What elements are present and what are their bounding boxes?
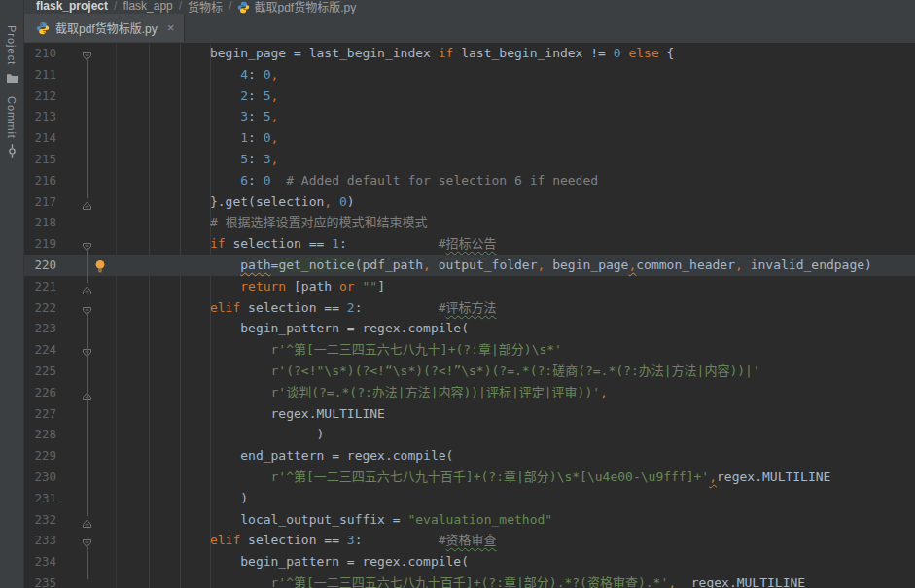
- breadcrumb-item[interactable]: 截取pdf货物标版.py: [237, 0, 356, 14]
- code-text[interactable]: r'^第[一二三四五六七八九十]+(?:章|部分)\s*': [119, 339, 562, 361]
- line-number[interactable]: 231: [23, 488, 56, 509]
- line-number[interactable]: 214: [23, 127, 56, 149]
- code-token: 5: [240, 152, 248, 166]
- line-number[interactable]: 225: [23, 361, 56, 382]
- code-token: ): [119, 491, 248, 505]
- code-line: 220 path=get_notice(pdf_path, output_fol…: [23, 255, 915, 276]
- code-token: 0: [339, 194, 347, 209]
- code-token: begin_page: [552, 258, 628, 272]
- code-line: 232 local_output_suffix = "evaluation_me…: [23, 509, 915, 531]
- code-text[interactable]: elif selection == 3: #资格审查: [119, 530, 497, 551]
- code-token: 1: [240, 130, 248, 145]
- code-text[interactable]: 6: 0 # Added default for selection 6 if …: [119, 170, 598, 191]
- code-line: 218 # 根据选择设置对应的模式和结束模式: [23, 212, 915, 233]
- code-line: 227 regex.MULTILINE: [23, 403, 915, 425]
- code-text[interactable]: end_pattern = regex.compile(: [119, 445, 453, 467]
- code-token: #: [439, 236, 446, 251]
- sidebar-item-commit[interactable]: Commit: [0, 96, 23, 158]
- line-number[interactable]: 219: [23, 233, 56, 255]
- code-text[interactable]: if selection == 1: #招标公告: [119, 233, 497, 255]
- code-text[interactable]: 1: 0,: [119, 127, 278, 149]
- line-number[interactable]: 212: [23, 86, 56, 107]
- code-editor[interactable]: 210 begin_page = last_begin_index if las…: [23, 43, 915, 588]
- line-number[interactable]: 220: [23, 255, 56, 276]
- code-text[interactable]: begin_pattern = regex.compile(: [119, 318, 469, 339]
- code-token: :: [248, 67, 264, 82]
- line-number[interactable]: 229: [23, 445, 56, 467]
- code-token: [119, 215, 210, 229]
- line-number[interactable]: 226: [23, 382, 56, 403]
- line-number[interactable]: 228: [23, 424, 56, 445]
- code-text[interactable]: local_output_suffix = "evaluation_method…: [119, 509, 552, 531]
- code-token: 资格审查: [446, 533, 497, 547]
- code-text[interactable]: path=get_notice(pdf_path, output_folder,…: [119, 255, 872, 276]
- tab-file[interactable]: 截取pdf货物标版.py ×: [23, 14, 185, 42]
- code-text[interactable]: r'(?<!"\s*)(?<!“\s*)(?<!”\s*)(?=.*(?:磋商(…: [119, 361, 760, 382]
- code-token: 5: [264, 88, 271, 103]
- code-token: [119, 152, 240, 166]
- code-line: 226 r'谈判(?=.*(?:办法|方法|内容))|评标|评定|评审))',: [23, 382, 915, 403]
- close-icon[interactable]: ×: [167, 21, 175, 34]
- code-token: output_folder: [439, 258, 538, 272]
- code-token: #: [439, 300, 446, 315]
- code-token: 1: [332, 236, 339, 251]
- code-token: [119, 469, 271, 484]
- line-number[interactable]: 230: [23, 467, 56, 488]
- code-text[interactable]: 2: 5,: [119, 86, 278, 107]
- code-token: "evaluation_method": [407, 512, 552, 527]
- line-number[interactable]: 233: [23, 530, 56, 551]
- breadcrumb-item[interactable]: 货物标: [188, 0, 223, 14]
- code-text[interactable]: begin_page = last_begin_index if last_be…: [119, 43, 674, 64]
- code-text[interactable]: r'^第[一二三四五六七八九十百千]+(?:章|部分)\s*[\u4e00-\u…: [119, 467, 830, 488]
- line-number[interactable]: 234: [23, 551, 56, 572]
- code-text[interactable]: r'^第[一二三四五六七八九十百千]+(?:章|部分).*?(资格审查).*',…: [119, 572, 805, 588]
- code-text[interactable]: regex.MULTILINE: [119, 403, 385, 425]
- code-text[interactable]: elif selection == 2: #评标方法: [119, 297, 497, 319]
- code-token: :: [248, 130, 264, 145]
- code-token: # 根据选择设置对应的模式和结束模式: [210, 215, 428, 229]
- code-token: r'^第[一二三四五六七八九十百千]+(?:章|部分).*?(资格审查).*': [271, 575, 669, 588]
- code-text[interactable]: begin_pattern = regex.compile(: [119, 551, 469, 572]
- code-line: 231 ): [23, 488, 915, 509]
- code-token: :: [248, 109, 264, 123]
- code-token: elif: [210, 300, 240, 315]
- code-token: 0: [614, 46, 621, 60]
- line-number[interactable]: 216: [23, 170, 56, 191]
- fold-region-line: [87, 544, 88, 579]
- line-number[interactable]: 232: [23, 509, 56, 531]
- line-number[interactable]: 235: [23, 572, 56, 588]
- code-token: ,: [271, 152, 279, 166]
- line-number[interactable]: 227: [23, 403, 56, 425]
- code-line: 234 begin_pattern = regex.compile(: [23, 551, 915, 572]
- code-token: [119, 342, 271, 357]
- code-text[interactable]: 5: 3,: [119, 149, 278, 170]
- line-number[interactable]: 222: [23, 297, 56, 319]
- code-text[interactable]: # 根据选择设置对应的模式和结束模式: [119, 212, 428, 233]
- code-token: :: [248, 88, 264, 103]
- code-token: ,: [538, 258, 553, 272]
- line-number[interactable]: 211: [23, 64, 56, 86]
- line-number[interactable]: 210: [23, 43, 56, 64]
- code-text[interactable]: r'谈判(?=.*(?:办法|方法|内容))|评标|评定|评审))',: [119, 382, 608, 403]
- line-number[interactable]: 224: [23, 339, 56, 361]
- line-number[interactable]: 221: [23, 276, 56, 297]
- code-text[interactable]: ): [119, 424, 324, 445]
- breadcrumb-item[interactable]: flask_project: [36, 0, 108, 13]
- line-number[interactable]: 213: [23, 106, 56, 127]
- python-file-icon: [36, 21, 50, 35]
- sidebar-item-project[interactable]: Project: [0, 25, 23, 85]
- code-text[interactable]: return [path or ""]: [119, 276, 385, 297]
- code-text[interactable]: }.get(selection, 0): [119, 191, 355, 213]
- line-number[interactable]: 218: [23, 212, 56, 233]
- breadcrumb-item[interactable]: flask_app: [123, 0, 172, 13]
- line-number[interactable]: 223: [23, 318, 56, 339]
- code-line: 233 elif selection == 3: #资格审查: [23, 530, 915, 551]
- code-text[interactable]: 3: 5,: [119, 106, 278, 127]
- code-token: 2: [347, 300, 355, 315]
- line-number[interactable]: 217: [23, 191, 56, 213]
- code-text[interactable]: 4: 0,: [119, 64, 278, 86]
- intention-bulb-icon[interactable]: [94, 259, 106, 272]
- code-text[interactable]: ): [119, 488, 248, 509]
- line-number[interactable]: 215: [23, 149, 56, 170]
- breadcrumb-separator: /: [114, 0, 117, 13]
